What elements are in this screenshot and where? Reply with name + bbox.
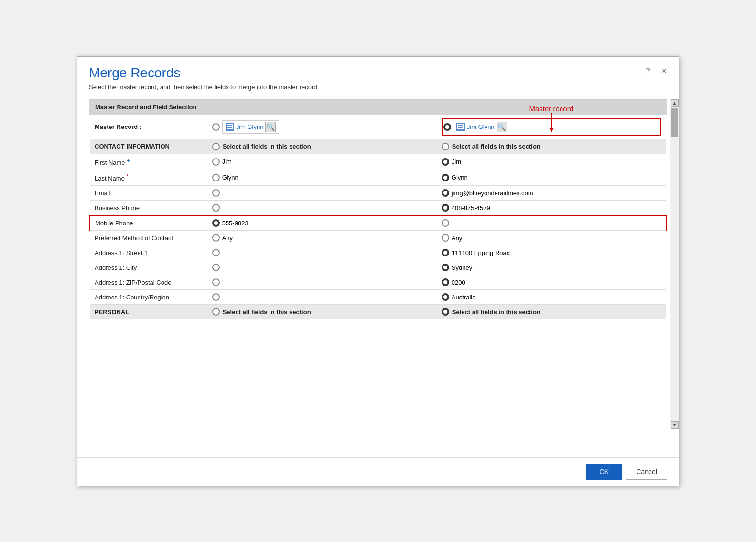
radio-mobilephone-right[interactable] [442,219,449,227]
radio-group-prefmethod-right: Any [442,234,661,242]
personal-select-all-left-radio[interactable] [212,308,220,316]
dialog-body: Master Record and Field Selection Master… [77,99,679,457]
field-right-zip: 0200 [437,275,666,290]
radio-country-left[interactable] [212,293,220,301]
radio-zip-right[interactable] [442,278,449,286]
contact-select-all-right: Select all fields in this section [437,139,666,154]
help-button[interactable]: ? [642,65,654,77]
contact-select-all-left-radio[interactable] [212,143,220,150]
radio-lastname-right[interactable] [442,174,449,181]
radio-email-left[interactable] [212,189,220,197]
table-row: Preferred Method of Contact Any Any [90,231,666,245]
record2-lookup-btn[interactable]: 🔍 [497,122,507,132]
radio-group-prefmethod-left: Any [212,234,432,242]
radio-zip-left[interactable] [212,278,220,286]
ok-button[interactable]: OK [586,464,622,480]
record1-name: Jim Glynn [236,123,264,130]
field-label-lastname: Last Name * [90,170,207,185]
table-row: Business Phone 408-875-4579 [90,201,666,216]
contact-select-all-left-group: Select all fields in this section [212,143,432,150]
field-right-city: Sydney [437,260,666,275]
field-left-country [207,290,437,305]
field-left-mobilephone: 555-9823 [207,215,437,231]
field-label-country: Address 1: Country/Region [90,290,207,305]
contact-select-all-left: Select all fields in this section [207,139,437,154]
dialog-title: Merge Records [89,65,667,81]
master-record-label: Master record [529,105,573,113]
master-record-left-cell: Jim Glynn 🔍 [207,115,437,139]
field-label-mobilephone: Mobile Phone [90,215,207,231]
master-record-left-radio[interactable] [212,123,220,131]
table-row: Address 1: Country/Region Australia [90,290,666,305]
radio-email-right[interactable] [442,189,449,197]
dialog-controls: ? × [642,65,670,77]
scroll-up-arrow[interactable]: ▲ [671,99,679,107]
field-left-zip [207,275,437,290]
radio-street1-right[interactable] [442,249,449,256]
field-left-email [207,186,437,201]
radio-lastname-left[interactable] [212,174,220,181]
table-row-mobile-phone: Mobile Phone 555-9823 [90,215,666,231]
dialog-header: Merge Records Select the master record, … [77,57,679,99]
radio-street1-left[interactable] [212,249,220,256]
table-row: Last Name * Glynn Glynn [90,170,666,185]
master-record-right-selector[interactable]: Jim Glynn 🔍 [454,120,510,134]
table-section-header: Master Record and Field Selection [89,100,667,115]
field-left-lastname: Glynn [207,170,437,185]
table-row: Email jimg@blueyonderairlines.com [90,186,666,201]
radio-bizphone-right[interactable] [442,204,449,212]
merge-table-container: Master Record and Field Selection Master… [89,99,667,320]
field-left-street1: New Mobile Phone [207,245,437,260]
scroll-down-arrow[interactable]: ▼ [671,421,679,429]
radio-country-right[interactable] [442,293,449,301]
radio-group-street1-left [212,249,432,256]
field-right-prefmethod: Any [437,231,666,245]
scroll-thumb[interactable] [671,108,678,137]
record2-name: Jim Glynn [467,123,495,130]
personal-section-label: PERSONAL [90,305,207,319]
radio-prefmethod-left[interactable] [212,234,220,242]
personal-select-all-right-radio[interactable] [442,308,449,316]
field-label-city: Address 1: City [90,260,207,275]
radio-group-email-right: jimg@blueyonderairlines.com [442,189,661,197]
radio-group-city-left [212,264,432,271]
field-label-zip: Address 1: ZIP/Postal Code [90,275,207,290]
radio-firstname-left[interactable] [212,158,220,166]
field-right-street1: 111100 Epping Road [437,245,666,260]
radio-mobilephone-left[interactable] [212,219,220,227]
table-row: First Name + Jim Jim [90,154,666,170]
radio-group-lastname-left: Glynn [212,174,432,181]
field-label-bizphone: Business Phone [90,201,207,216]
table-row: Address 1: City Sydney [90,260,666,275]
field-right-mobilephone [437,215,666,231]
radio-group-zip-left [212,278,432,286]
radio-bizphone-left[interactable] [212,204,220,212]
field-label-email: Email [90,186,207,201]
required-star-firstname: + [127,158,130,163]
record1-lookup-btn[interactable]: 🔍 [265,122,276,132]
contact-section-label: CONTACT INFORMATION [90,139,207,154]
personal-select-all-left: Select all fields in this section [207,305,437,319]
radio-group-firstname-left: Jim [212,158,432,166]
master-record-right-radio[interactable] [443,123,451,131]
radio-group-email-left [212,189,432,197]
radio-prefmethod-right[interactable] [442,234,449,242]
close-button[interactable]: × [659,65,670,77]
radio-group-country-left [212,293,432,301]
radio-group-country-right: Australia [442,293,661,301]
field-label-firstname: First Name + [90,154,207,170]
field-right-country: Australia [437,290,666,305]
field-right-bizphone: 408-875-4579 [437,201,666,216]
field-label-street1: Address 1: Street 1 [90,245,207,260]
master-record-annotation: Master record [529,105,573,132]
field-left-city [207,260,437,275]
radio-firstname-right[interactable] [442,158,449,166]
scrollbar: ▲ ▼ [670,99,679,429]
cancel-button[interactable]: Cancel [626,464,667,480]
master-record-left-selector[interactable]: Jim Glynn 🔍 [222,120,280,134]
field-label-prefmethod: Preferred Method of Contact [90,231,207,245]
radio-city-left[interactable] [212,264,220,271]
radio-group-lastname-right: Glynn [442,174,661,181]
radio-city-right[interactable] [442,264,449,271]
contact-select-all-right-radio[interactable] [442,143,449,150]
